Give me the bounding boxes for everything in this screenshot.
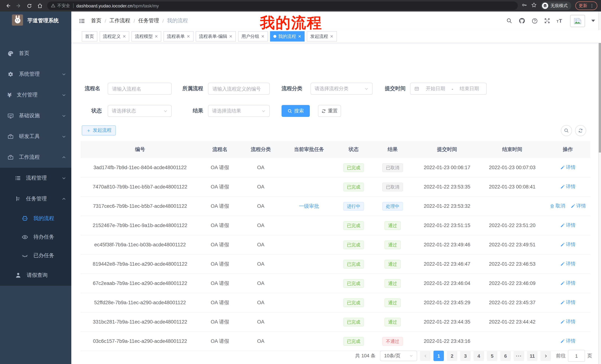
category-select[interactable]: 请选择流程分类	[311, 83, 372, 95]
process-name-input[interactable]	[108, 83, 172, 95]
cell-category: OA	[240, 293, 281, 312]
create-process-button[interactable]: ＋ 发起流程	[82, 125, 116, 135]
plus-icon: ＋	[86, 128, 91, 133]
tab-流程表单[interactable]: 流程表单 ✕	[164, 31, 193, 42]
detail-action[interactable]: 详情	[560, 164, 576, 171]
tab-流程表单-编辑[interactable]: 流程表单-编辑 ✕	[196, 31, 236, 42]
tab-流程定义[interactable]: 流程定义 ✕	[100, 31, 129, 42]
end-date-placeholder[interactable]: 结束日期	[456, 85, 482, 92]
sidebar-item-已办任务[interactable]: 已办任务	[0, 246, 71, 265]
detail-action[interactable]: 详情	[560, 261, 576, 267]
divider	[73, 3, 73, 8]
breadcrumb-home[interactable]: 首页	[91, 18, 101, 24]
table-header-row: 编号流程名流程分类当前审批任务状态结果提交时间结束时间操作	[80, 141, 590, 158]
reload-icon[interactable]	[27, 3, 32, 8]
detail-action[interactable]: 详情	[560, 183, 576, 190]
sidebar-item-请假查询[interactable]: 请假查询	[0, 265, 71, 286]
app-logo-row[interactable]: 芋道管理系统	[0, 11, 71, 30]
page-button-2[interactable]: 2	[447, 351, 457, 361]
submit-time-range[interactable]: 开始日期 - 结束日期	[410, 83, 487, 95]
tab-流程模型[interactable]: 流程模型 ✕	[131, 31, 161, 42]
reset-button[interactable]: 重置	[318, 105, 341, 117]
close-icon[interactable]: ✕	[261, 34, 264, 38]
close-icon[interactable]: ✕	[298, 34, 301, 38]
chevron-down-icon[interactable]	[591, 20, 595, 22]
goto-page-input[interactable]	[568, 350, 585, 362]
tab-首页[interactable]: 首页	[82, 31, 97, 42]
search-button[interactable]: 搜索	[281, 105, 310, 117]
sidebar-item-基础设施[interactable]: 基础设施	[0, 105, 71, 126]
url-bar[interactable]: 不安全 dashboard.yudao.iocoder.cn/bpm/task/…	[47, 1, 518, 10]
update-button[interactable]: 更新 ⋮	[575, 1, 597, 10]
hamburger-icon[interactable]	[71, 18, 85, 24]
more-pages-icon[interactable]: ···	[514, 351, 524, 361]
active-dot	[273, 35, 276, 38]
key-icon[interactable]	[521, 2, 527, 9]
detail-action[interactable]: 详情	[570, 203, 586, 210]
fullscreen-icon[interactable]	[544, 18, 550, 24]
prev-page-button[interactable]	[420, 351, 431, 361]
page-size-select[interactable]: 10条/页	[380, 351, 417, 361]
avatar[interactable]	[570, 15, 585, 27]
table-row: 67c2eaab-7b9a-11ec-a290-acde48001122OA 请…	[80, 274, 590, 293]
breadcrumb-task[interactable]: 任务管理	[138, 18, 159, 24]
scrollbar-thumb[interactable]	[599, 41, 601, 153]
sidebar-item-首页[interactable]: 首页	[0, 43, 71, 64]
page-button-6[interactable]: 6	[500, 351, 511, 361]
help-icon[interactable]	[531, 18, 538, 24]
detail-action[interactable]: 详情	[560, 222, 576, 229]
security-label[interactable]: 不安全	[57, 3, 70, 9]
sidebar-item-研发工具[interactable]: 研发工具	[0, 126, 71, 147]
next-page-button[interactable]	[541, 351, 551, 361]
detail-action[interactable]: 详情	[560, 338, 576, 345]
home-icon[interactable]	[37, 3, 43, 9]
detail-action[interactable]: 详情	[560, 280, 576, 287]
sidebar-item-我的流程[interactable]: 我的流程	[0, 209, 71, 228]
sidebar-item-支付管理[interactable]: ¥ 支付管理	[0, 85, 71, 105]
detail-action[interactable]: 详情	[560, 299, 576, 306]
url-text: dashboard.yudao.iocoder.cn/bpm/task/my	[76, 3, 159, 8]
page-button-11[interactable]: 11	[527, 351, 538, 361]
forward-icon[interactable]	[16, 3, 21, 9]
start-date-placeholder[interactable]: 开始日期	[422, 85, 449, 92]
result-select[interactable]: 请选择流结果	[208, 105, 270, 117]
close-icon[interactable]: ✕	[330, 34, 333, 38]
cell-status: 已完成	[337, 312, 370, 332]
bookmark-star-icon[interactable]	[531, 2, 537, 9]
browser-menu-icon[interactable]: ⋮	[590, 3, 594, 8]
close-icon[interactable]: ✕	[229, 34, 232, 38]
chevron-down-icon	[163, 109, 168, 113]
sidebar-item-工作流程[interactable]: 工作流程	[0, 147, 71, 168]
sidebar-item-流程管理[interactable]: 流程管理	[0, 168, 71, 189]
cell-actions: 详情	[545, 235, 590, 254]
page-button-5[interactable]: 5	[487, 351, 497, 361]
close-icon[interactable]: ✕	[187, 34, 190, 38]
cell-process-id: 7317cec6-7b9b-11ec-b5b7-acde48001122	[80, 196, 200, 216]
page-button-1[interactable]: 1	[433, 351, 444, 361]
table-search-button[interactable]	[561, 125, 572, 136]
search-icon[interactable]	[506, 18, 512, 24]
user-icon	[15, 272, 21, 279]
github-icon[interactable]	[519, 18, 525, 24]
scrollbar[interactable]	[598, 11, 601, 364]
tab-label: 流程表单-编辑	[199, 33, 227, 39]
breadcrumb-workflow[interactable]: 工作流程	[109, 18, 130, 24]
font-size-icon[interactable]: TT	[556, 18, 564, 24]
sidebar-item-任务管理[interactable]: 任务管理	[0, 189, 71, 209]
sidebar-item-待办任务[interactable]: 待办任务	[0, 228, 71, 246]
tab-label: 发起流程	[310, 33, 328, 39]
table-refresh-button[interactable]	[575, 125, 586, 136]
page-button-3[interactable]: 3	[460, 351, 471, 361]
close-icon[interactable]: ✕	[155, 34, 158, 38]
page-button-4[interactable]: 4	[474, 351, 484, 361]
sidebar-item-系统管理[interactable]: 系统管理	[0, 64, 71, 85]
detail-action[interactable]: 详情	[560, 241, 576, 248]
detail-action[interactable]: 详情	[560, 318, 576, 325]
close-icon[interactable]: ✕	[123, 34, 126, 38]
back-icon[interactable]	[5, 3, 11, 9]
cancel-action[interactable]: 取消	[550, 203, 565, 210]
process-definition-input[interactable]	[208, 83, 270, 95]
status-select[interactable]: 请选择状态	[108, 105, 172, 117]
total-count: 共 104 条	[355, 353, 376, 359]
current-task-link[interactable]: 一级审批	[299, 203, 319, 209]
